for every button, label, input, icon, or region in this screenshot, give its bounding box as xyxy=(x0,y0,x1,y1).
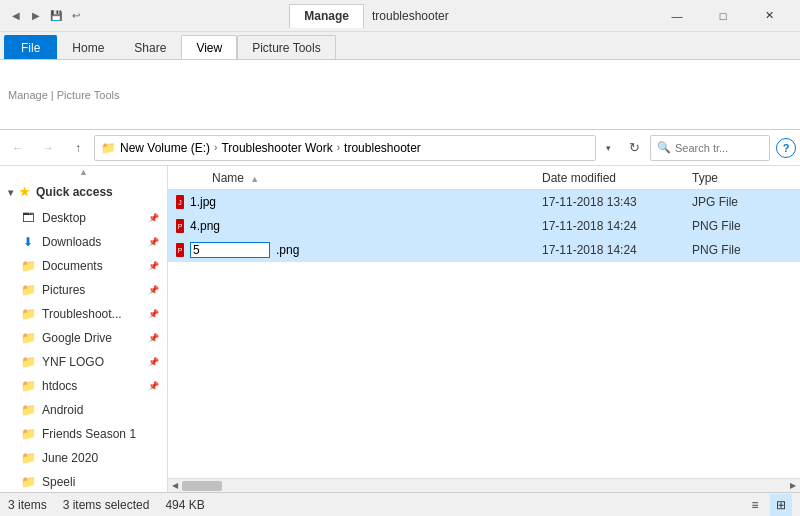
android-icon: 📁 xyxy=(20,402,36,418)
sidebar-troubleshoot-label: Troubleshoot... xyxy=(42,307,122,321)
close-button[interactable]: ✕ xyxy=(746,0,792,32)
ribbon-toolbar: Manage | Picture Tools xyxy=(0,60,800,130)
file-date-4png: 17-11-2018 14:24 xyxy=(542,219,692,233)
file-rename-ext: .png xyxy=(276,243,299,257)
window-controls: — □ ✕ xyxy=(654,0,792,32)
path-chevron-2: › xyxy=(337,142,340,153)
sort-arrow-name: ▲ xyxy=(250,174,259,184)
search-input[interactable] xyxy=(675,142,755,154)
tab-share[interactable]: Share xyxy=(119,35,181,59)
hscroll-thumb[interactable] xyxy=(182,481,222,491)
table-row[interactable]: P .png 17-11-2018 14:24 PNG File xyxy=(168,238,800,262)
sidebar-ynf-logo-label: YNF LOGO xyxy=(42,355,104,369)
sidebar-item-troubleshoot[interactable]: 📁 Troubleshoot... 📌 xyxy=(0,302,167,326)
table-row[interactable]: P 4.png 17-11-2018 14:24 PNG File xyxy=(168,214,800,238)
tab-view[interactable]: View xyxy=(181,35,237,59)
sidebar: ▲ ▾ ★ Quick access 🗔 Desktop 📌 ⬇ Downloa… xyxy=(0,166,168,492)
pin-icon-troubleshoot: 📌 xyxy=(148,309,159,319)
sidebar-item-htdocs[interactable]: 📁 htdocs 📌 xyxy=(0,374,167,398)
path-troubleshooter: troubleshooter xyxy=(344,141,421,155)
hscroll-right-button[interactable]: ▶ xyxy=(786,479,800,493)
nav-up-button[interactable]: ↑ xyxy=(64,134,92,162)
pin-icon-downloads: 📌 xyxy=(148,237,159,247)
hscroll-track[interactable] xyxy=(182,481,786,491)
save-icon[interactable]: 💾 xyxy=(48,8,64,24)
manage-tab[interactable]: Manage xyxy=(289,4,364,28)
quick-access-label: Quick access xyxy=(36,185,113,199)
sidebar-speeli-label: Speeli xyxy=(42,475,75,489)
col-type-label: Type xyxy=(692,171,718,185)
sidebar-item-ynf-logo[interactable]: 📁 YNF LOGO 📌 xyxy=(0,350,167,374)
june-2020-icon: 📁 xyxy=(20,450,36,466)
sidebar-desktop-label: Desktop xyxy=(42,211,86,225)
address-dropdown-button[interactable]: ▾ xyxy=(598,135,618,161)
friends-season-icon: 📁 xyxy=(20,426,36,442)
sidebar-item-documents[interactable]: 📁 Documents 📌 xyxy=(0,254,167,278)
status-item-count: 3 items xyxy=(8,498,47,512)
ynf-logo-icon: 📁 xyxy=(20,354,36,370)
sidebar-item-friends-season[interactable]: 📁 Friends Season 1 xyxy=(0,422,167,446)
sidebar-item-downloads[interactable]: ⬇ Downloads 📌 xyxy=(0,230,167,254)
speeli-icon: 📁 xyxy=(20,474,36,490)
col-name-header[interactable]: Name ▲ xyxy=(204,171,542,185)
tab-picture-tools[interactable]: Picture Tools xyxy=(237,35,335,59)
col-date-header[interactable]: Date modified xyxy=(542,171,692,185)
sidebar-item-pictures[interactable]: 📁 Pictures 📌 xyxy=(0,278,167,302)
file-name-1jpg: 1.jpg xyxy=(190,195,216,209)
pictures-icon: 📁 xyxy=(20,282,36,298)
file-type-4png: PNG File xyxy=(692,219,792,233)
troubleshoot-icon: 📁 xyxy=(20,306,36,322)
minimize-button[interactable]: — xyxy=(654,0,700,32)
sidebar-google-drive-label: Google Drive xyxy=(42,331,112,345)
sidebar-friends-season-label: Friends Season 1 xyxy=(42,427,136,441)
sidebar-downloads-label: Downloads xyxy=(42,235,101,249)
refresh-button[interactable]: ↻ xyxy=(620,134,648,162)
google-drive-icon: 📁 xyxy=(20,330,36,346)
quick-access-collapse: ▾ xyxy=(8,187,13,198)
file-area: Name ▲ Date modified Type J 1.jpg 17-11-… xyxy=(168,166,800,492)
file-date-5png: 17-11-2018 14:24 xyxy=(542,243,692,257)
file-rename-input[interactable] xyxy=(190,242,270,258)
file-cell-name-4: P 4.png xyxy=(176,219,542,233)
sidebar-item-android[interactable]: 📁 Android xyxy=(0,398,167,422)
sidebar-item-desktop[interactable]: 🗔 Desktop 📌 xyxy=(0,206,167,230)
file-type-1jpg: JPG File xyxy=(692,195,792,209)
nav-forward-button[interactable]: → xyxy=(34,134,62,162)
table-row[interactable]: J 1.jpg 17-11-2018 13:43 JPG File xyxy=(168,190,800,214)
sidebar-item-google-drive[interactable]: 📁 Google Drive 📌 xyxy=(0,326,167,350)
search-icon: 🔍 xyxy=(657,141,671,154)
tab-home[interactable]: Home xyxy=(57,35,119,59)
sidebar-pictures-label: Pictures xyxy=(42,283,85,297)
sidebar-item-speeli[interactable]: 📁 Speeli xyxy=(0,470,167,492)
path-icon: 📁 xyxy=(101,141,116,155)
sidebar-scroll-up[interactable]: ▲ xyxy=(0,166,167,178)
tab-file[interactable]: File xyxy=(4,35,57,59)
nav-back-button[interactable]: ← xyxy=(4,134,32,162)
col-type-header[interactable]: Type xyxy=(692,171,792,185)
desktop-icon: 🗔 xyxy=(20,210,36,226)
maximize-button[interactable]: □ xyxy=(700,0,746,32)
sidebar-quick-access-header[interactable]: ▾ ★ Quick access xyxy=(0,178,167,206)
col-name-label: Name xyxy=(212,171,244,185)
view-details-button[interactable]: ≡ xyxy=(744,494,766,516)
toolbar-placeholder: Manage | Picture Tools xyxy=(8,89,120,101)
pin-icon-htdocs: 📌 xyxy=(148,381,159,391)
pin-icon-ynf-logo: 📌 xyxy=(148,357,159,367)
search-box[interactable]: 🔍 xyxy=(650,135,770,161)
status-bar: 3 items 3 items selected 494 KB ≡ ⊞ xyxy=(0,492,800,516)
back-icon[interactable]: ◀ xyxy=(8,8,24,24)
view-large-button[interactable]: ⊞ xyxy=(770,494,792,516)
horizontal-scrollbar[interactable]: ◀ ▶ xyxy=(168,478,800,492)
sidebar-item-june-2020[interactable]: 📁 June 2020 xyxy=(0,446,167,470)
sidebar-android-label: Android xyxy=(42,403,83,417)
help-button[interactable]: ? xyxy=(776,138,796,158)
view-controls: ≡ ⊞ xyxy=(744,494,792,516)
window-title: troubleshooter xyxy=(372,9,449,23)
pin-icon-documents: 📌 xyxy=(148,261,159,271)
forward-icon[interactable]: ▶ xyxy=(28,8,44,24)
file-date-1jpg: 17-11-2018 13:43 xyxy=(542,195,692,209)
address-path[interactable]: 📁 New Volume (E:) › Troubleshooter Work … xyxy=(94,135,596,161)
hscroll-left-button[interactable]: ◀ xyxy=(168,479,182,493)
undo-icon[interactable]: ↩ xyxy=(68,8,84,24)
htdocs-icon: 📁 xyxy=(20,378,36,394)
